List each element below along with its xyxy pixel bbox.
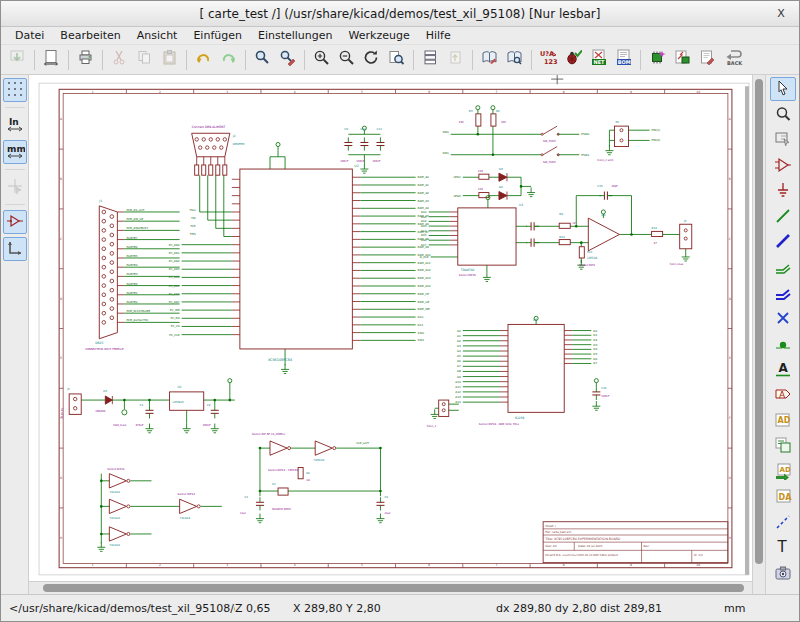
bom-button[interactable]: BOM xyxy=(611,47,636,72)
redraw-button[interactable] xyxy=(359,47,384,72)
import-sheet-pin-tool-button[interactable]: AD xyxy=(770,460,796,484)
place-image-tool-button[interactable] xyxy=(770,562,796,586)
svg-text:PORTB3: PORTB3 xyxy=(126,272,137,276)
svg-text:100nF: 100nF xyxy=(356,160,365,163)
menu-ansicht[interactable]: Ansicht xyxy=(129,27,186,44)
status-delta-readout: dx 289,80 dy 2,80 dist 289,81 xyxy=(496,602,724,615)
pcbnew-icon xyxy=(674,49,691,70)
footprint-fields-icon xyxy=(699,49,716,70)
find-button[interactable] xyxy=(250,47,275,72)
zoom-out-button[interactable] xyxy=(334,47,359,72)
vertical-scrollbar-thumb[interactable] xyxy=(755,79,763,564)
vertical-scrollbar[interactable] xyxy=(752,75,765,594)
run-pcbnew-button[interactable] xyxy=(670,47,695,72)
erc-button[interactable] xyxy=(561,47,586,72)
library-browser-button[interactable] xyxy=(502,47,527,72)
menu-bearbeiten[interactable]: Bearbeiten xyxy=(52,27,128,44)
no-connect-tool-button[interactable] xyxy=(770,307,796,331)
wire-to-bus-entry-tool-button[interactable] xyxy=(770,256,796,280)
menu-einstellungen[interactable]: Einstellungen xyxy=(250,27,341,44)
svg-text:R4: R4 xyxy=(496,109,500,113)
back-annotate-button[interactable]: BACK xyxy=(720,47,745,72)
hierarchy-navigator-button[interactable] xyxy=(418,47,443,72)
main-area: In mm 1122334455667788991010AABBCCDDEEFF… xyxy=(1,75,799,594)
cut-button[interactable] xyxy=(107,47,132,72)
place-power-port-tool-button[interactable] xyxy=(770,179,796,203)
svg-text:8: 8 xyxy=(563,90,565,94)
place-junction-tool-button[interactable] xyxy=(770,332,796,356)
footprint-fields-button[interactable] xyxy=(695,47,720,72)
sheet-pin-icon: DA xyxy=(774,487,792,507)
horizontal-scrollbar-thumb[interactable] xyxy=(43,584,744,592)
bus-to-bus-entry-tool-button[interactable] xyxy=(770,281,796,305)
page-settings-icon xyxy=(43,49,60,70)
menu-einfuegen[interactable]: Einfügen xyxy=(185,27,250,44)
menu-hilfe[interactable]: Hilfe xyxy=(418,27,459,44)
svg-text:PCB_AW2/BUSY: PCB_AW2/BUSY xyxy=(126,226,148,230)
leave-sheet-button[interactable] xyxy=(443,47,468,72)
zoom-in-button[interactable] xyxy=(309,47,334,72)
units-mm-button[interactable]: mm xyxy=(3,140,27,164)
hidden-pins-button[interactable] xyxy=(3,210,27,234)
print-button[interactable] xyxy=(73,47,98,72)
redo-button[interactable] xyxy=(216,47,241,72)
place-component-tool-button[interactable] xyxy=(770,154,796,178)
undo-button[interactable] xyxy=(191,47,216,72)
place-hierarchical-label-tool-button[interactable]: AD xyxy=(770,409,796,433)
svg-text:D11: D11 xyxy=(421,215,427,219)
hierarchy-select-tool-button[interactable] xyxy=(770,128,796,152)
leave-sheet-icon xyxy=(447,49,464,70)
svg-text:RAM_OE: RAM_OE xyxy=(418,300,430,304)
svg-text:T: T xyxy=(776,538,787,556)
svg-text:74LS04: 74LS04 xyxy=(109,516,120,520)
magnifier-icon xyxy=(774,105,792,125)
place-label-tool-button[interactable]: A xyxy=(770,358,796,382)
place-graphic-line-tool-button[interactable] xyxy=(770,511,796,535)
close-window-button[interactable]: X xyxy=(773,6,789,22)
svg-text:TMS: TMS xyxy=(189,232,196,236)
units-inch-button[interactable]: In xyxy=(3,113,27,137)
place-sheet-pin-tool-button[interactable]: DA xyxy=(770,485,796,509)
cursor-shape-button[interactable] xyxy=(3,175,27,199)
graphic-line-icon xyxy=(774,513,792,533)
svg-text:J3: J3 xyxy=(683,219,687,223)
schematic-drawing: 1122334455667788991010AABBCCDDEEFFGGHHSh… xyxy=(29,75,752,581)
annotate-button[interactable]: U?A123 xyxy=(536,47,561,72)
menu-werkzeuge[interactable]: Werkzeuge xyxy=(341,27,418,44)
zoom-fit-button[interactable] xyxy=(384,47,409,72)
bus-icon xyxy=(774,232,792,252)
svg-text:RAM_A13: RAM_A13 xyxy=(418,276,431,280)
svg-text:PIN(1): PIN(1) xyxy=(652,128,661,132)
paste-button[interactable] xyxy=(157,47,182,72)
netlist-icon: NET xyxy=(590,49,608,70)
svg-text:SW1: SW1 xyxy=(442,151,449,155)
schematic-canvas[interactable]: 1122334455667788991010AABBCCDDEEFFGGHHSh… xyxy=(29,75,752,581)
back-annotate-icon: BACK xyxy=(722,49,744,70)
horizontal-scrollbar[interactable] xyxy=(29,581,752,594)
svg-text:Socket DIP16: Socket DIP16 xyxy=(459,274,477,277)
place-bus-tool-button[interactable] xyxy=(770,230,796,254)
hv-orientation-icon xyxy=(6,239,24,259)
run-cvpcb-button[interactable] xyxy=(645,47,670,72)
place-wire-tool-button[interactable] xyxy=(770,205,796,229)
zoom-fit-icon xyxy=(388,49,405,70)
svg-text:Socket DIP28 - RAM 32Ko 70ns: Socket DIP28 - RAM 32Ko 70ns xyxy=(479,423,520,426)
svg-text:A14: A14 xyxy=(455,400,461,404)
menu-datei[interactable]: Datei xyxy=(7,27,52,44)
place-global-label-tool-button[interactable]: A xyxy=(770,383,796,407)
toolbar-separator xyxy=(34,50,35,70)
save-button[interactable] xyxy=(5,47,30,72)
place-text-tool-button[interactable]: T xyxy=(770,536,796,560)
cursor-tool-button[interactable] xyxy=(770,77,796,101)
copy-button[interactable] xyxy=(132,47,157,72)
zoom-selection-tool-button[interactable] xyxy=(770,103,796,127)
netlist-button[interactable]: NET xyxy=(586,47,611,72)
grid-toggle-button[interactable] xyxy=(3,78,27,102)
hv-wires-button[interactable] xyxy=(3,237,27,261)
svg-text:C15: C15 xyxy=(597,184,603,188)
find-replace-button[interactable] xyxy=(275,47,300,72)
page-settings-button[interactable] xyxy=(39,47,64,72)
library-editor-button[interactable] xyxy=(477,47,502,72)
place-sheet-tool-button[interactable] xyxy=(770,434,796,458)
cursor-icon xyxy=(774,79,792,99)
